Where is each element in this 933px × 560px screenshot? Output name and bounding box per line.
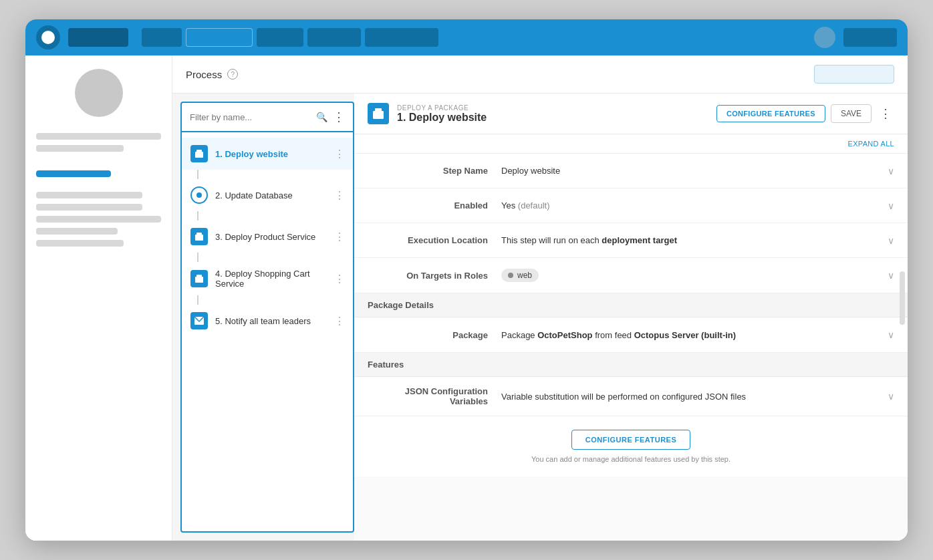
scrollbar[interactable] [900,271,905,325]
steps-panel-more-icon[interactable]: ⋮ [333,110,345,124]
value-execution-location: This step will run on each deployment ta… [501,235,880,245]
step-item-5[interactable]: 5. Notify all team leaders ⋮ [182,305,353,337]
configure-features-button-header[interactable]: CONFIGURE FEATURES [716,105,825,122]
step-connector-4 [197,295,198,305]
svg-rect-8 [373,111,384,119]
label-execution-location: Execution Location [368,235,501,245]
step-1-label: 1. Deploy website [215,149,327,159]
chevron-execution-location: ∨ [888,235,894,246]
detail-header-actions: CONFIGURE FEATURES SAVE ⋮ [716,104,894,124]
chevron-enabled: ∨ [888,200,894,211]
configure-features-button-main[interactable]: CONFIGURE FEATURES [571,430,691,450]
form-section-features: JSON Configuration Variables Variable su… [354,377,908,416]
form-row-step-name: Step Name Deploy website ∨ [354,154,908,188]
form-row-json-config: JSON Configuration Variables Variable su… [354,377,908,416]
step-4-icon [190,269,209,288]
svg-rect-3 [195,235,203,241]
sidebar-bar-3[interactable] [36,192,142,198]
role-tag-web: web [501,269,539,282]
step-5-icon-envelope [190,312,208,329]
step-item-3[interactable]: 3. Deploy Product Service ⋮ [182,221,353,253]
top-navigation [25,19,908,55]
process-header-button[interactable] [814,65,894,84]
nav-item-5[interactable] [307,28,361,47]
step-2-icon-circle [190,186,208,204]
nav-pills [142,28,438,47]
sidebar-nav-active[interactable] [36,170,111,177]
form-row-package: Package Package OctoPetShop from feed Oc… [354,317,908,352]
step-5-more[interactable]: ⋮ [334,315,345,327]
step-item-2[interactable]: 2. Update Database ⋮ [182,179,353,211]
detail-panel: DEPLOY A PACKAGE 1. Deploy website CONFI… [354,94,908,541]
step-item-1[interactable]: 1. Deploy website ⋮ [182,138,353,170]
process-title: Process ? [186,69,238,80]
process-title-text: Process [186,69,222,80]
step-4-icon-box [190,270,208,287]
form-section-main: Step Name Deploy website ∨ Enabled Yes (… [354,154,908,293]
step-3-icon [190,227,209,246]
nav-item-1[interactable] [68,28,128,47]
step-5-icon [190,311,209,330]
label-step-name: Step Name [368,166,501,176]
nav-item-3[interactable] [186,28,253,47]
help-icon[interactable]: ? [227,69,238,80]
user-avatar[interactable] [814,27,835,48]
features-header: Features [354,353,908,377]
svg-rect-9 [375,108,382,112]
step-1-icon-box [190,145,208,162]
svg-rect-1 [196,150,202,152]
nav-item-6[interactable] [365,28,438,47]
step-3-icon-box [190,228,208,245]
detail-header: DEPLOY A PACKAGE 1. Deploy website CONFI… [354,94,908,134]
logo-inner [41,31,55,44]
step-item-4[interactable]: 4. Deploy Shopping Cart Service ⋮ [182,262,353,295]
label-enabled: Enabled [368,200,501,211]
svg-rect-4 [196,233,202,235]
search-icon: 🔍 [316,112,327,122]
detail-header-info: DEPLOY A PACKAGE 1. Deploy website [397,104,708,124]
step-connector-3 [197,253,198,262]
value-json-config: Variable substitution will be performed … [501,392,880,402]
nav-user-menu[interactable] [843,28,897,47]
sidebar-bar-4[interactable] [36,204,142,211]
svg-rect-0 [195,152,203,158]
step-2-more[interactable]: ⋮ [334,189,345,202]
svg-rect-6 [196,275,202,277]
step-1-icon [190,144,209,163]
label-package: Package [368,330,501,340]
step-4-label: 4. Deploy Shopping Cart Service [215,269,327,289]
filter-input[interactable] [190,112,311,122]
steps-filter: 🔍 ⋮ [182,103,353,132]
app-logo[interactable] [36,25,60,49]
step-5-label: 5. Notify all team leaders [215,316,327,326]
steps-list: 1. Deploy website ⋮ [182,132,353,531]
step-3-more[interactable]: ⋮ [334,231,345,243]
step-4-more[interactable]: ⋮ [334,273,345,285]
expand-all-bar: EXPAND ALL [354,134,908,154]
step-connector-2 [197,211,198,221]
save-button[interactable]: SAVE [831,104,872,123]
detail-more-button[interactable]: ⋮ [877,104,894,124]
sidebar-bar-7[interactable] [36,240,124,247]
chevron-step-name: ∨ [888,166,894,176]
nav-item-2[interactable] [142,28,182,47]
steps-panel: 🔍 ⋮ [180,102,354,533]
chevron-json-config: ∨ [888,391,894,402]
step-1-more[interactable]: ⋮ [334,148,345,160]
nav-item-4[interactable] [257,28,303,47]
sidebar-avatar [75,69,123,117]
detail-title: 1. Deploy website [397,112,708,124]
configure-features-section: CONFIGURE FEATURES You can add or manage… [354,416,908,476]
form-row-execution-location: Execution Location This step will run on… [354,223,908,258]
value-targets-roles: web [501,269,880,282]
form-row-enabled: Enabled Yes (default) ∨ [354,188,908,223]
sidebar-bar-5[interactable] [36,216,161,223]
left-sidebar [25,55,172,541]
sidebar-bar-6[interactable] [36,228,118,235]
svg-rect-5 [195,277,203,283]
value-enabled: Yes (default) [501,200,880,211]
detail-subtitle: DEPLOY A PACKAGE [397,104,708,112]
value-step-name: Deploy website [501,166,880,176]
chevron-package: ∨ [888,329,894,340]
expand-all-button[interactable]: EXPAND ALL [848,140,894,148]
